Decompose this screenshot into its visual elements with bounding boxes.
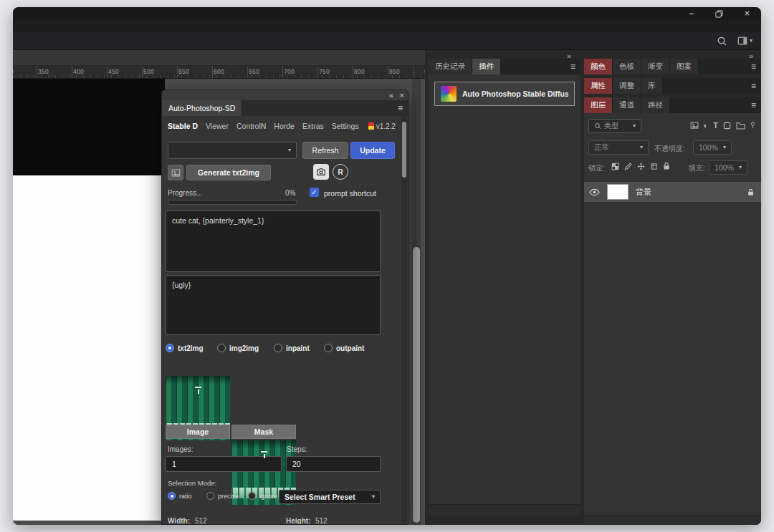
lock-transparent-icon[interactable] xyxy=(611,163,619,170)
tab-properties[interactable]: 属性 xyxy=(584,78,613,94)
mode-option-img2img[interactable]: img2img xyxy=(217,344,259,352)
panel-scrollbar-thumb[interactable] xyxy=(402,122,406,178)
panel-scrollbar[interactable] xyxy=(401,116,407,525)
shape-layer-filter-icon[interactable] xyxy=(723,122,731,130)
plugin-version-icon xyxy=(368,122,374,130)
blend-mode-select[interactable]: 正常 ▾ xyxy=(588,140,649,155)
lock-all-icon[interactable] xyxy=(663,162,670,170)
smart-object-filter-icon[interactable] xyxy=(736,122,745,130)
width-value: 512 xyxy=(195,517,207,525)
lock-position-move-icon[interactable] xyxy=(637,163,645,170)
prompt-shortcut-checkbox[interactable]: ✓ xyxy=(310,188,319,197)
lock-artboard-icon[interactable] xyxy=(650,163,658,170)
layer-thumbnail[interactable] xyxy=(607,184,629,200)
tab-color[interactable]: 颜色 xyxy=(584,59,613,74)
desktop: − × ▾ 300 350 400 450 500 550 xyxy=(0,0,774,532)
smart-preset-select[interactable]: Select Smart Preset ▾ xyxy=(279,490,381,504)
ruler-number: 850 xyxy=(389,68,400,75)
prompt-textarea[interactable]: cute cat, {painterly_style_1} xyxy=(166,211,381,272)
ruler-number: 750 xyxy=(319,68,330,75)
lock-pixels-brush-icon[interactable] xyxy=(624,163,632,170)
titlebar[interactable]: − × xyxy=(13,7,761,20)
ruler-number: 600 xyxy=(214,68,224,75)
menu-bar xyxy=(13,20,761,32)
close-button[interactable]: × xyxy=(745,9,750,18)
layer-name[interactable]: 背景 xyxy=(636,187,651,198)
generate-txt2img-button[interactable]: Generate txt2img xyxy=(186,165,271,180)
snapshot-camera-button[interactable] xyxy=(313,164,329,180)
minimize-button[interactable]: − xyxy=(689,9,694,18)
steps-input[interactable]: 20 xyxy=(286,456,381,472)
ruler-number: 800 xyxy=(354,68,365,75)
background-lock-icon[interactable] xyxy=(747,188,754,196)
lock-label: 锁定: xyxy=(588,163,605,173)
selection-option-precise[interactable]: precise xyxy=(206,492,239,500)
type-layer-filter-icon[interactable]: T xyxy=(713,122,718,130)
adjustment-layer-filter-icon[interactable]: ◐ xyxy=(704,122,709,130)
tab-stable-diffusion[interactable]: Stable D xyxy=(168,122,198,130)
model-select[interactable]: ▾ xyxy=(168,142,297,159)
visibility-eye-icon[interactable] xyxy=(589,188,600,196)
radio-icon xyxy=(217,344,226,352)
tab-swatches[interactable]: 色板 xyxy=(613,59,641,74)
tab-plugins[interactable]: 插件 xyxy=(472,59,501,74)
selection-option-ratio[interactable]: ratio xyxy=(168,492,192,500)
update-button[interactable]: Update xyxy=(350,142,395,159)
filter-type-label: 类型 xyxy=(604,121,618,131)
search-icon[interactable] xyxy=(717,36,727,47)
tab-extras[interactable]: Extras xyxy=(302,122,324,130)
opacity-select[interactable]: 100% ▾ xyxy=(693,140,732,155)
workspace-switcher-icon[interactable]: ▾ xyxy=(737,36,752,46)
mode-option-txt2img[interactable]: txt2img xyxy=(166,344,204,352)
layer-filter-type-select[interactable]: 类型 ▾ xyxy=(588,119,641,133)
vertical-scrollbar[interactable] xyxy=(412,79,421,525)
tab-settings[interactable]: Settings xyxy=(332,122,359,130)
tab-controlnet[interactable]: ControlN xyxy=(236,122,266,130)
mask-button[interactable]: Mask xyxy=(231,425,296,439)
ruler-number: 550 xyxy=(178,68,189,75)
plugin-list-item[interactable]: Auto Photoshop Stable Diffusion... xyxy=(434,82,575,106)
panel-menu-icon[interactable]: ≡ xyxy=(751,62,756,72)
tab-patterns[interactable]: 图案 xyxy=(670,59,699,74)
tab-layers[interactable]: 图层 xyxy=(584,97,613,113)
r-circle-button[interactable]: R xyxy=(333,164,348,180)
filter-toggle-icon[interactable] xyxy=(750,121,755,130)
restore-button[interactable] xyxy=(715,10,723,18)
ruler-number: 300 xyxy=(13,68,14,75)
tab-paths[interactable]: 路径 xyxy=(641,97,670,113)
tab-auto-photoshop-sd[interactable]: Auto-Photoshop-SD xyxy=(162,100,242,116)
tab-channels[interactable]: 通道 xyxy=(613,97,641,113)
image-picker-button[interactable] xyxy=(168,165,183,180)
negative-prompt-textarea[interactable]: {ugly} xyxy=(166,275,381,335)
image-button[interactable]: Image xyxy=(166,425,230,439)
scrollbar-thumb[interactable] xyxy=(413,247,420,523)
panel-menu-icon[interactable]: ≡ xyxy=(751,81,756,91)
panel-menu-icon[interactable]: ≡ xyxy=(570,62,575,72)
refresh-button[interactable]: Refresh xyxy=(302,142,348,159)
close-panel-icon[interactable]: × xyxy=(400,91,404,100)
tab-adjustments[interactable]: 调整 xyxy=(613,78,641,94)
panel-menu-icon[interactable]: ≡ xyxy=(751,100,756,110)
layer-row-background[interactable]: 背景 xyxy=(584,182,761,202)
mode-option-outpaint[interactable]: outpaint xyxy=(324,344,364,352)
selection-mode-label: Selection Mode: xyxy=(168,479,216,487)
tab-history[interactable]: 历史记录 xyxy=(429,59,472,74)
search-icon xyxy=(594,122,601,130)
layers-panel-tabs: 图层 通道 路径 ≡ xyxy=(584,97,761,113)
images-input[interactable]: 1 xyxy=(166,456,282,472)
fill-select[interactable]: 100% ▾ xyxy=(709,160,747,175)
tab-horde[interactable]: Horde xyxy=(274,122,295,130)
prompt-shortcut-label: prompt shortcut xyxy=(324,189,376,198)
collapse-panel-icon[interactable]: « xyxy=(389,91,393,100)
panel-grip[interactable]: « × xyxy=(162,90,408,100)
tab-gradients[interactable]: 渐变 xyxy=(641,59,670,74)
chevron-down-icon: ▾ xyxy=(633,123,636,129)
selection-option-ignore[interactable]: ignore xyxy=(248,492,277,500)
pixel-layer-filter-icon[interactable] xyxy=(690,121,699,130)
window-controls: − × xyxy=(689,7,750,20)
tab-viewer[interactable]: Viewer xyxy=(206,122,229,130)
tab-libraries[interactable]: 库 xyxy=(641,78,663,94)
mode-option-inpaint[interactable]: inpaint xyxy=(274,344,310,352)
panel-menu-icon[interactable]: ≡ xyxy=(398,103,403,113)
ruler-number: 650 xyxy=(249,68,259,75)
